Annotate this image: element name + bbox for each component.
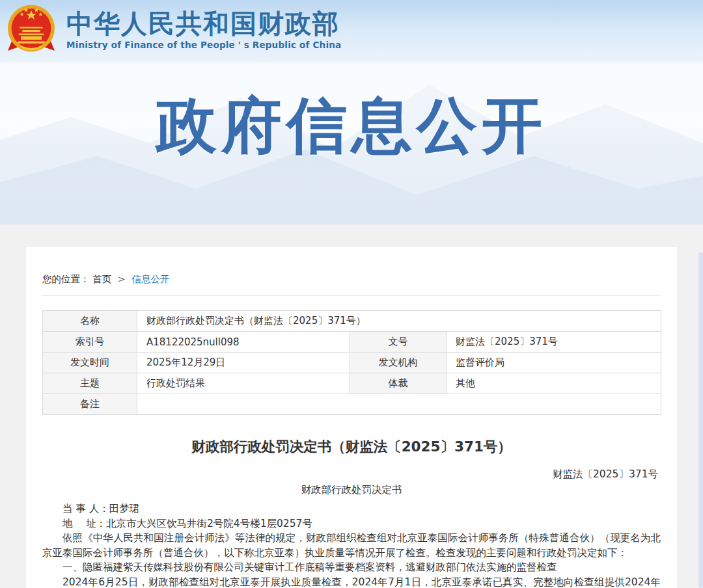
- table-row: 主题 行政处罚结果 体裁 其他: [43, 373, 661, 394]
- page: 中华人民共和国财政部 Ministry of Finance of the Pe…: [0, 0, 703, 588]
- site-logo-block[interactable]: 中华人民共和国财政部 Ministry of Finance of the Pe…: [5, 4, 341, 56]
- national-emblem-icon: [5, 4, 57, 56]
- document-meta-table: 名称 财政部行政处罚决定书（财监法〔2025〕371号） 索引号 A181220…: [42, 310, 661, 415]
- top-banner: 中华人民共和国财政部 Ministry of Finance of the Pe…: [0, 0, 703, 224]
- breadcrumb: 您的位置： 首页 > 信息公开: [42, 273, 661, 286]
- meta-index-value: A18122025null098: [137, 332, 350, 353]
- hero-title: 政府信息公开: [0, 92, 703, 159]
- breadcrumb-label: 您的位置：: [42, 274, 90, 284]
- document-number: 财监法〔2025〕371号: [42, 468, 661, 481]
- party-line: 当 事 人：田梦珺: [42, 501, 661, 516]
- meta-docno-value: 财监法〔2025〕371号: [447, 332, 661, 353]
- ministry-name-zh: 中华人民共和国财政部: [66, 9, 341, 38]
- vertical-scrollbar[interactable]: [698, 252, 703, 588]
- section-1-heading: 一、隐匿福建紫天传媒科技股份有限公司关键审计工作底稿等重要档案资料，逃避财政部门…: [42, 560, 661, 575]
- meta-date-value: 2025年12月29日: [137, 353, 350, 373]
- breadcrumb-separator: >: [118, 274, 126, 284]
- document-subtitle: 财政部行政处罚决定书: [42, 483, 661, 497]
- table-row: 发文时间 2025年12月29日 发文机构 监督评价局: [43, 353, 661, 373]
- meta-name-value: 财政部行政处罚决定书（财监法〔2025〕371号）: [137, 311, 661, 332]
- breadcrumb-current-link[interactable]: 信息公开: [131, 274, 169, 284]
- document-body: 当 事 人：田梦珺 地 址：北京市大兴区饮马井街2号院4号楼1层0257号 依照…: [42, 501, 661, 588]
- meta-genre-value: 其他: [447, 373, 661, 394]
- meta-remark-value: [137, 394, 661, 415]
- section-1-paragraph: 2024年6月25日，财政部检查组对北京亚泰开展执业质量检查，2024年7月1日…: [42, 575, 661, 588]
- meta-agency-value: 监督评价局: [447, 353, 661, 373]
- document-title: 财政部行政处罚决定书（财监法〔2025〕371号）: [42, 437, 661, 456]
- meta-agency-label: 发文机构: [350, 353, 447, 373]
- meta-index-label: 索引号: [43, 332, 137, 353]
- meta-date-label: 发文时间: [43, 353, 137, 373]
- content-card: 您的位置： 首页 > 信息公开 名称 财政部行政处罚决定书（财监法〔2025〕3…: [26, 247, 677, 588]
- page-body: 您的位置： 首页 > 信息公开 名称 财政部行政处罚决定书（财监法〔2025〕3…: [0, 224, 703, 588]
- meta-remark-label: 备注: [43, 394, 137, 415]
- table-row: 名称 财政部行政处罚决定书（财监法〔2025〕371号）: [43, 311, 661, 332]
- intro-paragraph: 依照《中华人民共和国注册会计师法》等法律的规定，财政部组织检查组对北京亚泰国际会…: [42, 531, 661, 560]
- breadcrumb-divider: [42, 295, 661, 296]
- breadcrumb-home-link[interactable]: 首页: [92, 274, 111, 284]
- meta-docno-label: 文号: [350, 332, 447, 353]
- meta-topic-label: 主题: [43, 373, 137, 394]
- table-row: 备注: [43, 394, 661, 415]
- address-line: 地 址：北京市大兴区饮马井街2号院4号楼1层0257号: [42, 516, 661, 531]
- meta-genre-label: 体裁: [350, 373, 447, 394]
- meta-topic-value: 行政处罚结果: [137, 373, 350, 394]
- table-row: 索引号 A18122025null098 文号 财监法〔2025〕371号: [43, 332, 661, 353]
- ministry-name-en: Ministry of Finance of the People＇s Repu…: [66, 40, 341, 51]
- meta-name-label: 名称: [43, 311, 137, 332]
